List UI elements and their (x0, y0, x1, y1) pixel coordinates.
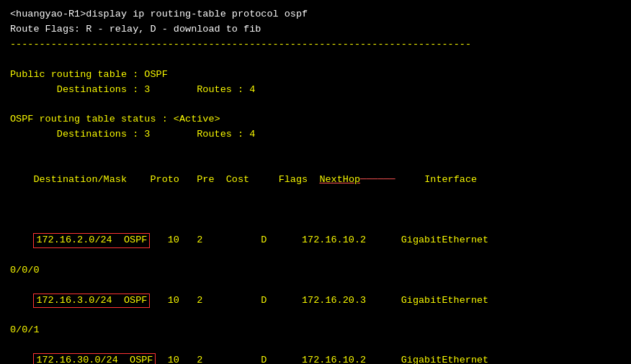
terminal: <huangyao-R1>display ip routing-table pr… (10, 7, 621, 357)
col-nexthop: NextHop (319, 174, 360, 185)
row1-iface: 0/0/0 (10, 263, 621, 278)
row2-rest: 10 2 D 172.16.20.3 GigabitEthernet (150, 295, 488, 306)
column-header-row: Destination/Mask Proto Pre Cost Flags Ne… (10, 158, 621, 203)
blank-1 (10, 53, 621, 68)
row2-boxed: 172.16.3.0/24 OSPF (33, 294, 150, 309)
row2-iface: 0/0/1 (10, 323, 621, 338)
col-nexthop-arrow: ────── (360, 174, 395, 185)
row1-boxed: 172.16.2.0/24 OSPF (33, 233, 150, 248)
route-flags-line: Route Flags: R - relay, D - download to … (10, 22, 621, 37)
row1-rest: 10 2 D 172.16.10.2 GigabitEthernet (150, 235, 488, 245)
separator-line: ----------------------------------------… (10, 37, 621, 53)
table-row-2: 172.16.3.0/24 OSPF 10 2 D 172.16.20.3 Gi… (10, 278, 621, 324)
table-row-3: 172.16.30.0/24 OSPF 10 2 D 172.16.10.2 G… (10, 338, 621, 364)
blank-4 (10, 203, 621, 218)
ospf-active-dest: Destinations : 3 Routes : 4 (10, 127, 621, 142)
col-dest: Destination/Mask Proto Pre Cost Flags (33, 174, 319, 185)
row3-boxed: 172.16.30.0/24 OSPF (33, 353, 156, 364)
col-interface: Interface (395, 174, 477, 185)
cmd-line: <huangyao-R1>display ip routing-table pr… (10, 7, 621, 22)
ospf-active-label: OSPF routing table status : <Active> (10, 112, 621, 127)
row3-rest: 10 2 D 172.16.10.2 GigabitEthernet (156, 355, 488, 364)
blank-3 (10, 142, 621, 158)
public-destinations: Destinations : 3 Routes : 4 (10, 83, 621, 98)
public-table-label: Public routing table : OSPF (10, 68, 621, 83)
table-row-1: 172.16.2.0/24 OSPF 10 2 D 172.16.10.2 Gi… (10, 218, 621, 263)
blank-2 (10, 98, 621, 113)
